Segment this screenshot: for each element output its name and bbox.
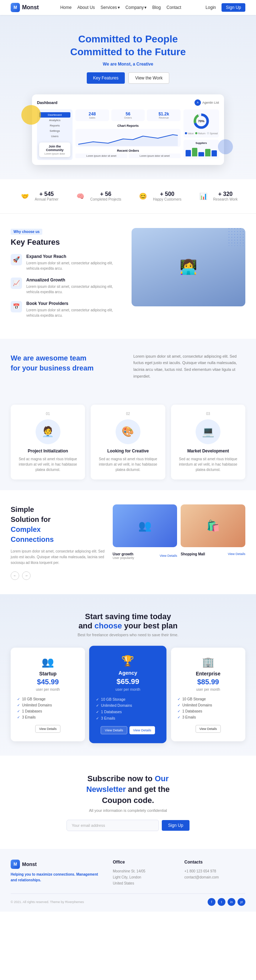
solution-left: SimpleSolution forComplexConnections Lor…: [11, 504, 106, 580]
pricing-sub: Best for freelance developers who need t…: [11, 633, 245, 637]
footer-office-title: Office: [113, 860, 174, 865]
solution-captions: User growth User popularity View Details…: [113, 551, 245, 560]
feature-item-1: 📈 Annualized Growth Lorem ipsum dolor si…: [11, 277, 125, 294]
card-desc-1: Sed ac magna sit amet risus tristique in…: [98, 457, 158, 473]
nav-home[interactable]: Home: [60, 5, 71, 10]
bar-1: [186, 150, 191, 156]
card-title-0: Project Initialization: [18, 449, 78, 453]
join-card-title: Join the Community: [41, 145, 68, 152]
startup-feature-1: ✓Unlimited Domains: [17, 703, 79, 707]
recent-orders-label: Recent Orders: [75, 149, 181, 153]
solution-images: 👥 🛍️: [113, 504, 245, 547]
social-youtube[interactable]: yt: [237, 898, 245, 906]
nav-about[interactable]: About Us: [77, 5, 95, 10]
card-desc-0: Sed ac magna sit amet risus tristique in…: [18, 457, 78, 473]
donut-chart: 70%: [192, 112, 210, 130]
img-link-0[interactable]: View Details: [160, 554, 177, 557]
photo-dots-decoration: [228, 228, 245, 246]
stat-item-0: 🤝 + 545 Annual Partner: [19, 190, 58, 203]
stat-num-2: + 500: [153, 191, 181, 197]
signup-button[interactable]: Sign Up: [221, 3, 245, 12]
sidebar-item-reports[interactable]: Reports: [39, 123, 70, 128]
dash-title: Dashboard: [37, 100, 57, 105]
enterprise-view-button[interactable]: View Details: [196, 725, 221, 733]
sidebar-item-analytics[interactable]: Analytics: [39, 118, 70, 123]
footer-desc: Helping you to maximize connections. Man…: [11, 872, 102, 883]
feature-title-1: Annualized Growth: [26, 277, 125, 283]
stat-num-0: + 545: [35, 191, 58, 197]
nav-contact[interactable]: Contact: [166, 5, 181, 10]
enterprise-feature-0: ✓10 GB Storage: [177, 697, 239, 701]
stat-label-0: Annual Partner: [35, 197, 58, 201]
stat-num-1: + 56: [90, 191, 121, 197]
prev-arrow[interactable]: ←: [11, 571, 19, 580]
startup-period: user per month: [17, 687, 79, 692]
footer-top: M Monst Helping you to maximize connecti…: [11, 860, 245, 886]
bar-5: [212, 150, 217, 156]
feature-title-0: Expand Your Reach: [26, 254, 125, 259]
chart-reports-label: Chart Reports: [75, 124, 181, 127]
projects-icon: 🧠: [74, 190, 87, 203]
card-title-2: Market Development: [178, 449, 238, 453]
agency-period: user per month: [96, 687, 160, 691]
sidebar-item-settings[interactable]: Settings: [39, 128, 70, 134]
feature-icon-2: 📅: [11, 301, 22, 312]
startup-feature-2: ✓1 Databases: [17, 709, 79, 713]
enterprise-icon: 🏢: [177, 656, 239, 668]
enterprise-feature-1: ✓Unlimited Domains: [177, 703, 239, 707]
next-arrow[interactable]: →: [22, 571, 31, 580]
startup-view-button[interactable]: View Details: [35, 725, 60, 733]
nav-blog[interactable]: Blog: [152, 5, 161, 10]
sidebar-item-dashboard[interactable]: Dashboard: [39, 112, 70, 118]
sidebar-item-users[interactable]: Users: [39, 134, 70, 139]
social-facebook[interactable]: f: [208, 898, 215, 906]
nav-company[interactable]: Company ▾: [125, 5, 147, 10]
newsletter-signup-button[interactable]: Sign Up: [162, 820, 190, 831]
pricing-card-agency: 🏆 Agency $65.99 user per month ✓10 GB St…: [89, 646, 167, 743]
footer-copyright: © 2021. All rights reserved. Theme by Ri…: [11, 900, 84, 904]
footer-office-address: Moonshine St. 14/05 Light City, London U…: [113, 868, 174, 886]
hero-buttons: Key Features View the Work: [21, 72, 235, 84]
nav-actions: Login Sign Up: [203, 3, 245, 12]
solution-heading: SimpleSolution forComplexConnections: [11, 504, 106, 544]
footer-office: Office Moonshine St. 14/05 Light City, L…: [113, 860, 174, 886]
order-row-2: Lorem ipsum dolor sit amet: [129, 154, 181, 158]
customers-icon: 😊: [136, 190, 149, 203]
dash-stats: 248 Sales 56 Orders $1.2k Revenue: [75, 109, 181, 121]
startup-icon: 👥: [17, 656, 79, 668]
stat-label-1: Completed Projects: [90, 197, 121, 201]
social-twitter[interactable]: t: [218, 898, 225, 906]
newsletter-sub: All your information is completely confi…: [28, 808, 228, 813]
bar-chart-wrap: Suppliers: [183, 140, 219, 159]
social-linkedin[interactable]: in: [228, 898, 235, 906]
enterprise-feature-3: ✓3 Emails: [177, 715, 239, 719]
nav-services[interactable]: Services ▾: [101, 5, 120, 10]
awesome-team-right: Lorem ipsum dolor sit amet, consectetur …: [133, 353, 245, 380]
img-link-1[interactable]: View Details: [228, 552, 245, 556]
decorative-blue-circle: [218, 139, 233, 154]
startup-feature-3: ✓3 Emails: [17, 715, 79, 719]
newsletter-email-input[interactable]: [66, 820, 159, 831]
agency-view-button-2[interactable]: View Details: [130, 726, 155, 734]
awesome-team-left: We are awesome team for your business dr…: [11, 353, 123, 373]
agency-view-button[interactable]: View Details: [101, 726, 127, 734]
footer: M Monst Helping you to maximize connecti…: [0, 849, 256, 912]
solution-img-inner-0: 👥: [113, 504, 177, 547]
dashboard-inner: Dashboard A Agentin List Dashboard Analy…: [32, 94, 224, 165]
stat-order: 56 Orders: [111, 109, 145, 121]
login-button[interactable]: Login: [203, 3, 219, 11]
card-illustration-2: 💻: [196, 419, 220, 444]
view-work-button[interactable]: View the Work: [128, 72, 169, 84]
hero-heading: Committed to People Committed to the Fut…: [21, 33, 235, 59]
stat-sales: 248 Sales: [75, 109, 109, 121]
key-features-button[interactable]: Key Features: [87, 72, 125, 84]
img-title-1: Shopping Mall: [181, 552, 205, 556]
stat-item-3: 📊 + 320 Research Work: [197, 190, 238, 203]
agency-feature-3: ✓3 Emails: [96, 716, 160, 720]
dash-main: 248 Sales 56 Orders $1.2k Revenue: [75, 109, 181, 160]
agency-feature-1: ✓Unlimited Domains: [96, 703, 160, 708]
enterprise-price: $85.99: [177, 678, 239, 686]
agency-feature-2: ✓1 Databases: [96, 710, 160, 714]
card-desc-2: Sed ac magna sit amet risus tristique in…: [178, 457, 238, 473]
feature-item-2: 📅 Book Your Providers Lorem ipsum dolor …: [11, 301, 125, 318]
